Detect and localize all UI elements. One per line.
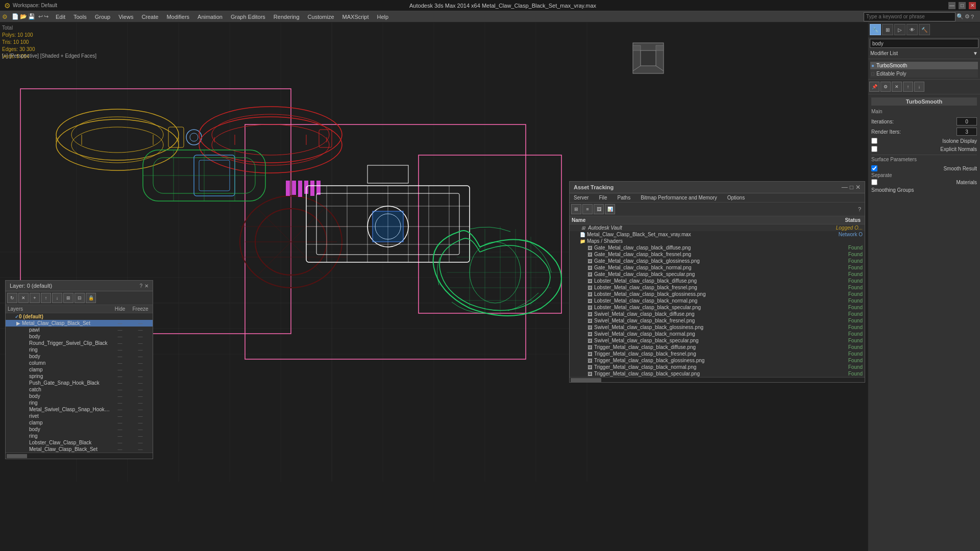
asset-row[interactable]: ⊞Autodesk VaultLogged O...	[570, 224, 865, 231]
asset-menu-bitmap-performance-and-memory[interactable]: Bitmap Performance and Memory	[639, 194, 719, 201]
layer-panel-header[interactable]: Layer: 0 (default) ? ✕	[6, 281, 153, 291]
layer-btn7[interactable]: ⊟	[75, 293, 85, 303]
asset-expand-btn[interactable]: □	[850, 184, 853, 191]
asset-minimize-btn[interactable]: —	[842, 184, 848, 191]
layer-up-btn[interactable]: ↑	[41, 293, 51, 303]
layer-item-freeze[interactable]: —	[130, 427, 151, 432]
ts-explicit-check[interactable]	[871, 146, 877, 152]
asset-row[interactable]: 🖼Trigger_Metal_claw_clasp_black_specular…	[570, 370, 865, 377]
layer-item-hide[interactable]: —	[110, 334, 130, 339]
layer-item-hide[interactable]: —	[110, 394, 130, 399]
menu-item-animation[interactable]: Animation	[193, 13, 227, 21]
asset-menu-options[interactable]: Options	[725, 194, 747, 201]
layer-close-btn[interactable]: ✕	[144, 283, 149, 289]
asset-row[interactable]: 🖼Trigger_Metal_claw_clasp_black_fresnel.…	[570, 350, 865, 357]
ts-smooth-check[interactable]	[871, 165, 877, 171]
asset-row[interactable]: 🖼Gate_Metal_claw_clasp_black_specular.pn…	[570, 271, 865, 278]
rp-utilities-icon[interactable]: 🔨	[919, 24, 930, 35]
asset-toolbar-icon-1[interactable]: ≡	[582, 204, 593, 214]
toolbar-save[interactable]: 💾	[28, 13, 35, 20]
menu-item-edit[interactable]: Edit	[52, 13, 69, 21]
asset-row[interactable]: 🖼Swivel_Metal_claw_clasp_black_fresnel.p…	[570, 317, 865, 324]
menu-item-modifiers[interactable]: Modifiers	[162, 13, 193, 21]
asset-row[interactable]: 🖼Lobster_Metal_claw_clasp_black_specular…	[570, 304, 865, 311]
object-name-input[interactable]	[870, 39, 978, 48]
layer-item-hide[interactable]: —	[110, 420, 130, 425]
layer-item[interactable]: ring——	[6, 433, 153, 439]
layer-item[interactable]: body——	[6, 353, 153, 360]
menu-item-views[interactable]: Views	[114, 13, 137, 21]
layer-refresh-btn[interactable]: ↻	[7, 293, 17, 303]
layer-item[interactable]: Round_Trigger_Swivel_Clip_Black——	[6, 340, 153, 346]
layer-item-hide[interactable]: —	[110, 387, 130, 392]
layer-item-freeze[interactable]: —	[130, 447, 151, 452]
toolbar-new[interactable]: 📄	[12, 13, 19, 20]
layer-item-freeze[interactable]: —	[130, 328, 151, 333]
layer-item[interactable]: Lobster_Claw_Clasp_Black——	[6, 439, 153, 446]
layer-item-freeze[interactable]: —	[130, 381, 151, 386]
layer-btn8[interactable]: 🔒	[86, 293, 96, 303]
layer-item[interactable]: Metal_Swivel_Clasp_Snap_Hook_Black——	[6, 406, 153, 413]
menu-item-create[interactable]: Create	[137, 13, 162, 21]
layer-add-btn[interactable]: +	[30, 293, 40, 303]
asset-menu-server[interactable]: Server	[572, 194, 591, 201]
layer-item[interactable]: Metal_Claw_Clasp_Black_Set——	[6, 446, 153, 453]
menu-item-maxscript[interactable]: MAXScript	[338, 13, 373, 21]
rp-modify-icon[interactable]: 🔧	[870, 24, 881, 35]
asset-row[interactable]: 🖼Gate_Metal_claw_clasp_black_diffuse.png…	[570, 244, 865, 251]
layer-help-btn[interactable]: ?	[139, 283, 142, 289]
layer-item-freeze[interactable]: —	[130, 394, 151, 399]
settings-icon[interactable]: ⚙	[880, 82, 891, 92]
layer-btn6[interactable]: ⊞	[63, 293, 74, 303]
asset-row[interactable]: 🖼Swivel_Metal_claw_clasp_black_normal.pn…	[570, 331, 865, 337]
asset-toolbar-icon-3[interactable]: 📊	[605, 204, 615, 214]
asset-menu-file[interactable]: File	[597, 194, 609, 201]
layer-item-freeze[interactable]: —	[130, 361, 151, 366]
menu-item-tools[interactable]: Tools	[69, 13, 91, 21]
close-button[interactable]: ✕	[969, 2, 976, 9]
asset-panel-header[interactable]: Asset Tracking — □ ✕	[570, 182, 865, 193]
layer-item[interactable]: ring——	[6, 399, 153, 406]
toolbar-undo[interactable]: ↩	[38, 13, 43, 20]
maximize-button[interactable]: □	[959, 2, 966, 9]
layer-item-hide[interactable]: —	[110, 381, 130, 386]
layer-down-btn[interactable]: ↓	[52, 293, 62, 303]
menu-item-group[interactable]: Group	[91, 13, 115, 21]
help-icon[interactable]: ?	[971, 14, 974, 20]
ts-materials-check[interactable]	[871, 179, 877, 185]
layer-item[interactable]: spring——	[6, 373, 153, 380]
asset-row[interactable]: 🖼Swivel_Metal_claw_clasp_black_glossines…	[570, 324, 865, 331]
asset-row[interactable]: 🖼Gate_Metal_claw_clasp_black_normal.pngF…	[570, 264, 865, 271]
layer-item-hide[interactable]: —	[110, 347, 130, 353]
nav-cube[interactable]	[633, 43, 664, 73]
modifier-list-dropdown[interactable]: ▼	[973, 51, 978, 56]
asset-row[interactable]: 🖼Lobster_Metal_claw_clasp_black_fresnel.…	[570, 284, 865, 291]
layer-item-hide[interactable]: —	[110, 440, 130, 445]
asset-toolbar-icon-0[interactable]: ⊞	[571, 204, 581, 214]
layer-item[interactable]: clamp——	[6, 366, 153, 373]
asset-row[interactable]: 🖼Lobster_Metal_claw_clasp_black_normal.p…	[570, 297, 865, 304]
asset-help-icon[interactable]: ?	[858, 206, 861, 212]
layer-item[interactable]: body——	[6, 333, 153, 340]
editablepoly-modifier[interactable]: □ Editable Poly	[870, 70, 978, 78]
layer-item-freeze[interactable]: —	[130, 400, 151, 406]
pin-icon[interactable]: 📌	[869, 82, 879, 92]
layer-item-freeze[interactable]: —	[130, 387, 151, 392]
search-options-icon[interactable]: ⚙	[965, 13, 970, 20]
layer-item-freeze[interactable]: —	[130, 367, 151, 372]
layer-item-hide[interactable]: —	[110, 367, 130, 372]
layer-item-hide[interactable]: —	[110, 407, 130, 412]
asset-toolbar-icon-2[interactable]: 🖼	[594, 204, 604, 214]
layer-item[interactable]: clamp——	[6, 419, 153, 426]
layer-item-freeze[interactable]: —	[130, 321, 151, 326]
menu-item-rendering[interactable]: Rendering	[270, 13, 304, 21]
layer-item-freeze[interactable]: —	[130, 407, 151, 412]
down-icon[interactable]: ↓	[914, 82, 924, 92]
layer-item-freeze[interactable]: —	[130, 347, 151, 353]
rp-motion-icon[interactable]: ▷	[894, 24, 905, 35]
asset-row[interactable]: 🖼Swivel_Metal_claw_clasp_black_diffuse.p…	[570, 311, 865, 317]
menu-item-graph-editors[interactable]: Graph Editors	[227, 13, 270, 21]
layer-item[interactable]: body——	[6, 426, 153, 433]
asset-row[interactable]: 🖼Trigger_Metal_claw_clasp_black_normal.p…	[570, 364, 865, 370]
asset-row[interactable]: 🖼Trigger_Metal_claw_clasp_black_glossine…	[570, 357, 865, 364]
